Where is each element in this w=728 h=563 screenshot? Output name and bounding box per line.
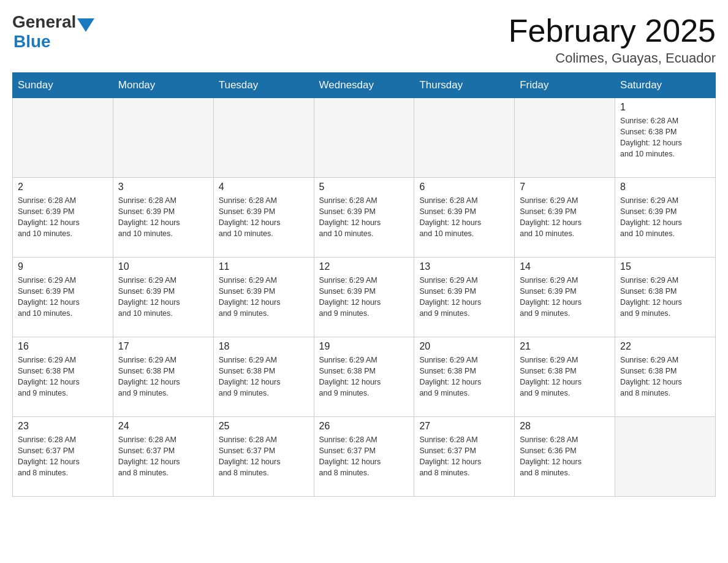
day-number: 28 — [520, 421, 610, 432]
day-number: 24 — [118, 421, 208, 432]
day-info: Sunrise: 6:28 AMSunset: 6:39 PMDaylight:… — [118, 195, 208, 240]
month-title: February 2025 — [509, 12, 716, 49]
header-wednesday: Wednesday — [314, 73, 414, 98]
day-number: 13 — [419, 261, 509, 272]
table-row: 4Sunrise: 6:28 AMSunset: 6:39 PMDaylight… — [213, 178, 314, 258]
table-row: 22Sunrise: 6:29 AMSunset: 6:38 PMDayligh… — [615, 337, 716, 417]
day-number: 27 — [419, 421, 509, 432]
table-row: 24Sunrise: 6:28 AMSunset: 6:37 PMDayligh… — [113, 417, 213, 497]
day-number: 3 — [118, 182, 208, 193]
table-row: 15Sunrise: 6:29 AMSunset: 6:38 PMDayligh… — [615, 258, 716, 337]
day-number: 7 — [520, 182, 610, 193]
header-saturday: Saturday — [615, 73, 716, 98]
day-info: Sunrise: 6:29 AMSunset: 6:39 PMDaylight:… — [520, 275, 610, 320]
table-row — [615, 417, 716, 497]
table-row: 25Sunrise: 6:28 AMSunset: 6:37 PMDayligh… — [213, 417, 314, 497]
day-info: Sunrise: 6:28 AMSunset: 6:39 PMDaylight:… — [219, 195, 309, 240]
day-info: Sunrise: 6:28 AMSunset: 6:39 PMDaylight:… — [18, 195, 108, 240]
day-info: Sunrise: 6:28 AMSunset: 6:37 PMDaylight:… — [219, 434, 309, 479]
table-row: 28Sunrise: 6:28 AMSunset: 6:36 PMDayligh… — [515, 417, 615, 497]
table-row: 7Sunrise: 6:29 AMSunset: 6:39 PMDaylight… — [515, 178, 615, 258]
day-number: 10 — [118, 261, 208, 272]
logo-general-text: General — [12, 12, 76, 32]
calendar-week-row: 1Sunrise: 6:28 AMSunset: 6:38 PMDaylight… — [13, 98, 716, 178]
day-info: Sunrise: 6:29 AMSunset: 6:39 PMDaylight:… — [18, 275, 108, 320]
day-number: 6 — [419, 182, 509, 193]
day-number: 21 — [520, 341, 610, 352]
table-row: 13Sunrise: 6:29 AMSunset: 6:39 PMDayligh… — [414, 258, 515, 337]
table-row: 1Sunrise: 6:28 AMSunset: 6:38 PMDaylight… — [615, 98, 716, 178]
day-number: 23 — [18, 421, 108, 432]
day-number: 16 — [18, 341, 108, 352]
table-row: 18Sunrise: 6:29 AMSunset: 6:38 PMDayligh… — [213, 337, 314, 417]
header-tuesday: Tuesday — [213, 73, 314, 98]
table-row: 10Sunrise: 6:29 AMSunset: 6:39 PMDayligh… — [113, 258, 213, 337]
day-number: 11 — [219, 261, 309, 272]
table-row: 9Sunrise: 6:29 AMSunset: 6:39 PMDaylight… — [13, 258, 113, 337]
table-row — [13, 98, 113, 178]
table-row — [515, 98, 615, 178]
table-row: 5Sunrise: 6:28 AMSunset: 6:39 PMDaylight… — [314, 178, 414, 258]
day-info: Sunrise: 6:29 AMSunset: 6:39 PMDaylight:… — [118, 275, 208, 320]
day-info: Sunrise: 6:28 AMSunset: 6:39 PMDaylight:… — [419, 195, 509, 240]
page-header: General Blue February 2025 Colimes, Guay… — [12, 12, 716, 66]
day-info: Sunrise: 6:29 AMSunset: 6:38 PMDaylight:… — [18, 354, 108, 399]
day-info: Sunrise: 6:29 AMSunset: 6:38 PMDaylight:… — [620, 354, 710, 399]
day-number: 4 — [219, 182, 309, 193]
day-number: 9 — [18, 261, 108, 272]
day-info: Sunrise: 6:29 AMSunset: 6:38 PMDaylight:… — [319, 354, 409, 399]
day-info: Sunrise: 6:28 AMSunset: 6:37 PMDaylight:… — [118, 434, 208, 479]
day-number: 22 — [620, 341, 710, 352]
day-info: Sunrise: 6:29 AMSunset: 6:38 PMDaylight:… — [118, 354, 208, 399]
day-number: 15 — [620, 261, 710, 272]
day-info: Sunrise: 6:29 AMSunset: 6:38 PMDaylight:… — [620, 275, 710, 320]
table-row: 16Sunrise: 6:29 AMSunset: 6:38 PMDayligh… — [13, 337, 113, 417]
day-info: Sunrise: 6:28 AMSunset: 6:37 PMDaylight:… — [319, 434, 409, 479]
day-number: 5 — [319, 182, 409, 193]
day-info: Sunrise: 6:28 AMSunset: 6:37 PMDaylight:… — [18, 434, 108, 479]
day-info: Sunrise: 6:29 AMSunset: 6:39 PMDaylight:… — [219, 275, 309, 320]
day-info: Sunrise: 6:28 AMSunset: 6:39 PMDaylight:… — [319, 195, 409, 240]
table-row: 6Sunrise: 6:28 AMSunset: 6:39 PMDaylight… — [414, 178, 515, 258]
day-info: Sunrise: 6:29 AMSunset: 6:38 PMDaylight:… — [419, 354, 509, 399]
table-row: 17Sunrise: 6:29 AMSunset: 6:38 PMDayligh… — [113, 337, 213, 417]
table-row: 21Sunrise: 6:29 AMSunset: 6:38 PMDayligh… — [515, 337, 615, 417]
day-number: 2 — [18, 182, 108, 193]
table-row: 8Sunrise: 6:29 AMSunset: 6:39 PMDaylight… — [615, 178, 716, 258]
location-title: Colimes, Guayas, Ecuador — [509, 50, 716, 66]
title-block: February 2025 Colimes, Guayas, Ecuador — [509, 12, 716, 66]
table-row: 20Sunrise: 6:29 AMSunset: 6:38 PMDayligh… — [414, 337, 515, 417]
table-row: 11Sunrise: 6:29 AMSunset: 6:39 PMDayligh… — [213, 258, 314, 337]
weekday-header-row: Sunday Monday Tuesday Wednesday Thursday… — [13, 73, 716, 98]
day-info: Sunrise: 6:28 AMSunset: 6:38 PMDaylight:… — [620, 115, 710, 160]
day-number: 18 — [219, 341, 309, 352]
header-thursday: Thursday — [414, 73, 515, 98]
table-row — [213, 98, 314, 178]
day-number: 20 — [419, 341, 509, 352]
day-info: Sunrise: 6:29 AMSunset: 6:39 PMDaylight:… — [319, 275, 409, 320]
table-row — [113, 98, 213, 178]
logo-blue-text: Blue — [13, 32, 51, 52]
day-info: Sunrise: 6:28 AMSunset: 6:36 PMDaylight:… — [520, 434, 610, 479]
day-number: 19 — [319, 341, 409, 352]
header-friday: Friday — [515, 73, 615, 98]
day-number: 1 — [620, 102, 710, 113]
calendar-week-row: 9Sunrise: 6:29 AMSunset: 6:39 PMDaylight… — [13, 258, 716, 337]
table-row: 27Sunrise: 6:28 AMSunset: 6:37 PMDayligh… — [414, 417, 515, 497]
table-row: 23Sunrise: 6:28 AMSunset: 6:37 PMDayligh… — [13, 417, 113, 497]
day-info: Sunrise: 6:29 AMSunset: 6:38 PMDaylight:… — [520, 354, 610, 399]
day-number: 25 — [219, 421, 309, 432]
day-info: Sunrise: 6:29 AMSunset: 6:39 PMDaylight:… — [520, 195, 610, 240]
day-number: 8 — [620, 182, 710, 193]
day-info: Sunrise: 6:28 AMSunset: 6:37 PMDaylight:… — [419, 434, 509, 479]
calendar-week-row: 16Sunrise: 6:29 AMSunset: 6:38 PMDayligh… — [13, 337, 716, 417]
header-sunday: Sunday — [13, 73, 113, 98]
day-number: 14 — [520, 261, 610, 272]
table-row: 12Sunrise: 6:29 AMSunset: 6:39 PMDayligh… — [314, 258, 414, 337]
day-info: Sunrise: 6:29 AMSunset: 6:39 PMDaylight:… — [419, 275, 509, 320]
table-row — [314, 98, 414, 178]
day-number: 17 — [118, 341, 208, 352]
logo: General Blue — [12, 12, 94, 52]
table-row: 19Sunrise: 6:29 AMSunset: 6:38 PMDayligh… — [314, 337, 414, 417]
calendar-week-row: 23Sunrise: 6:28 AMSunset: 6:37 PMDayligh… — [13, 417, 716, 497]
